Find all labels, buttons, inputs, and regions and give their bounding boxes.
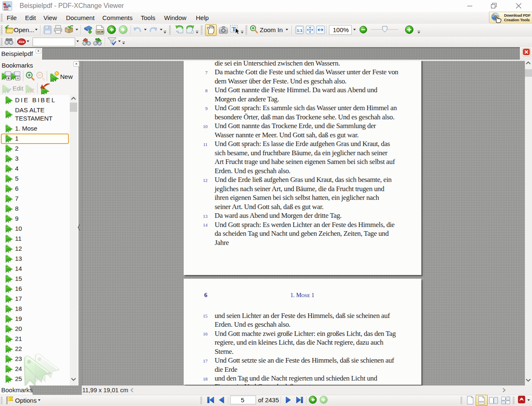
svg-text:OCR: OCR: [96, 30, 104, 34]
svg-text:T: T: [232, 26, 236, 33]
svg-text:1:1: 1:1: [297, 28, 302, 33]
svg-text:PDF: PDF: [4, 8, 9, 10]
svg-text:Ask: Ask: [18, 40, 25, 44]
